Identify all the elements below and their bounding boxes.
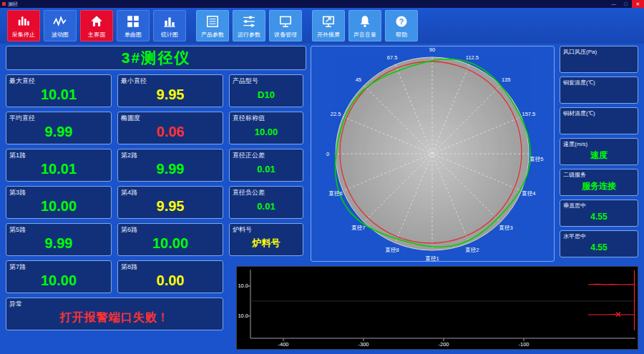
single-chart-icon	[126, 14, 140, 29]
titlebar: 测径 — □ ✕	[0, 0, 644, 8]
gauge-field: 最小直径9.95	[117, 74, 223, 107]
polar-angle-label: 112.5	[466, 54, 479, 61]
gauge-field: 第7路10.00	[6, 260, 112, 293]
trend-trace-upper	[588, 284, 634, 285]
field-value: 速度	[560, 147, 638, 164]
home-button[interactable]: 主界面	[80, 10, 113, 41]
status-field: 铜材温度(℃)	[560, 107, 638, 134]
help-icon: ?	[394, 14, 409, 29]
wave-chart-icon	[53, 14, 67, 29]
field-value: 服务连接	[560, 177, 638, 195]
field-value: 10.00	[230, 120, 303, 143]
trend-chart: 10.0 10.0 -400 -300 -200 -100	[236, 266, 638, 350]
product-params-icon	[205, 14, 220, 29]
gauge-field: 直径正公差0.01	[229, 149, 303, 182]
polar-angle-label: 67.5	[387, 54, 398, 61]
field-value	[560, 85, 638, 102]
field-value: 9.99	[6, 120, 111, 143]
run-params-icon	[242, 14, 256, 29]
polar-diameter-label: 直径5	[529, 156, 543, 162]
field-value: 炉料号	[230, 232, 303, 255]
svg-text:?: ?	[399, 16, 404, 25]
status-field: 风口风压(Pa)	[560, 46, 638, 73]
field-value: 9.95	[118, 83, 223, 106]
field-value	[560, 54, 638, 72]
field-value: 4.55	[560, 239, 638, 256]
help-button[interactable]: ?帮助	[385, 10, 418, 41]
gauge-field: 直径负公差0.01	[229, 186, 303, 219]
y-tick-label: 10.0	[238, 313, 248, 319]
gauge-field: 直径标称值10.00	[229, 112, 303, 144]
run-params-button[interactable]: 运行参数	[233, 10, 265, 41]
field-value: 0.06	[118, 120, 223, 143]
gauge-field: 炉料号炉料号	[229, 223, 303, 256]
gauge-field: 第1路10.01	[6, 149, 112, 182]
gauge-field: 平均直径9.99	[6, 112, 112, 144]
toolbar: 采集停止波动图主界面单曲图统计图产品参数运行参数设备管理开外接屏声音音量?帮助	[0, 8, 644, 44]
polar-angle-label: 22.5	[331, 111, 341, 117]
polar-chart: 022.54567.590112.5135157.5直径1直径2直径3直径4直径…	[311, 46, 555, 262]
window-title: 测径	[8, 0, 18, 8]
gauge-field: 第3路10.00	[6, 186, 112, 219]
single-chart-button[interactable]: 单曲图	[117, 10, 150, 41]
polar-angle-label: 0	[326, 151, 329, 157]
polar-chart-svg: 022.54567.590112.5135157.5直径1直径2直径3直径4直径…	[311, 46, 554, 261]
y-tick-label: 10.0	[238, 282, 248, 289]
app-icon	[2, 2, 6, 6]
window-controls: — □ ✕	[608, 0, 644, 8]
toolbar-button-label: 设备管理	[274, 31, 297, 39]
gauge-field: 第4路9.95	[117, 186, 223, 219]
polar-angle-label: 135	[502, 77, 511, 83]
toolbar-button-label: 帮助	[396, 31, 407, 39]
status-panel: 风口风压(Pa)铜套温度(℃)铜材温度(℃)速度(m/s)速度二级服务服务连接垂…	[560, 46, 638, 257]
x-tick-label: -200	[438, 341, 449, 348]
polar-angle-label: 157.5	[522, 111, 536, 117]
status-field: 铜套温度(℃)	[560, 77, 638, 104]
field-value: 0.00	[118, 269, 223, 292]
device-manage-button[interactable]: 设备管理	[269, 10, 302, 41]
field-value: 10.00	[118, 232, 223, 255]
trend-chart-bg	[237, 267, 638, 350]
gauge-field: 第2路9.99	[117, 149, 223, 182]
status-field: 垂直居中4.55	[560, 200, 638, 227]
field-value: 10.01	[6, 83, 111, 106]
polar-angle-label: 45	[356, 77, 361, 83]
field-value: 10.00	[6, 269, 111, 292]
polar-diameter-label: 直径6	[328, 190, 343, 197]
product-params-button[interactable]: 产品参数	[196, 10, 229, 41]
polar-angle-label: 90	[429, 46, 435, 53]
toolbar-button-label: 产品参数	[201, 31, 224, 39]
toolbar-button-label: 单曲图	[125, 31, 142, 39]
close-button[interactable]: ✕	[632, 0, 644, 8]
status-field: 二级服务服务连接	[560, 169, 638, 196]
stats-chart-icon	[162, 14, 177, 29]
maximize-button[interactable]: □	[620, 0, 632, 8]
gauge-field: 第8路0.00	[117, 260, 223, 293]
toolbar-button-label: 采集停止	[12, 31, 35, 39]
home-icon	[89, 14, 104, 29]
polar-diameter-label: 直径2	[464, 247, 479, 253]
field-value: 9.99	[6, 232, 111, 255]
stats-chart-button[interactable]: 统计图	[153, 10, 186, 41]
field-value: 9.99	[118, 157, 223, 180]
toolbar-button-label: 声音音量	[353, 31, 376, 39]
alarm-field: 异常打开报警端口失败！	[6, 298, 223, 330]
x-tick-label: -400	[278, 341, 288, 348]
collect-stop-button[interactable]: 采集停止	[7, 10, 40, 41]
sound-volume-button[interactable]: 声音音量	[348, 10, 381, 41]
field-value: 4.55	[560, 208, 638, 225]
polar-diameter-label: 直径7	[351, 225, 365, 231]
wave-chart-button[interactable]: 波动图	[44, 10, 77, 41]
minimize-button[interactable]: —	[608, 0, 620, 8]
field-value: 0.01	[230, 195, 303, 217]
x-tick-label: -100	[518, 341, 529, 348]
device-manage-icon	[278, 14, 293, 29]
toolbar-button-label: 运行参数	[238, 31, 260, 39]
polar-diameter-label: 直径4	[521, 190, 535, 197]
external-screen-button[interactable]: 开外接屏	[312, 10, 345, 41]
gauge-title: 3#测径仪	[6, 46, 306, 70]
external-screen-icon	[321, 14, 336, 29]
sound-volume-icon	[358, 14, 372, 29]
status-field: 水平居中4.55	[560, 230, 638, 257]
field-value: D10	[230, 83, 303, 106]
